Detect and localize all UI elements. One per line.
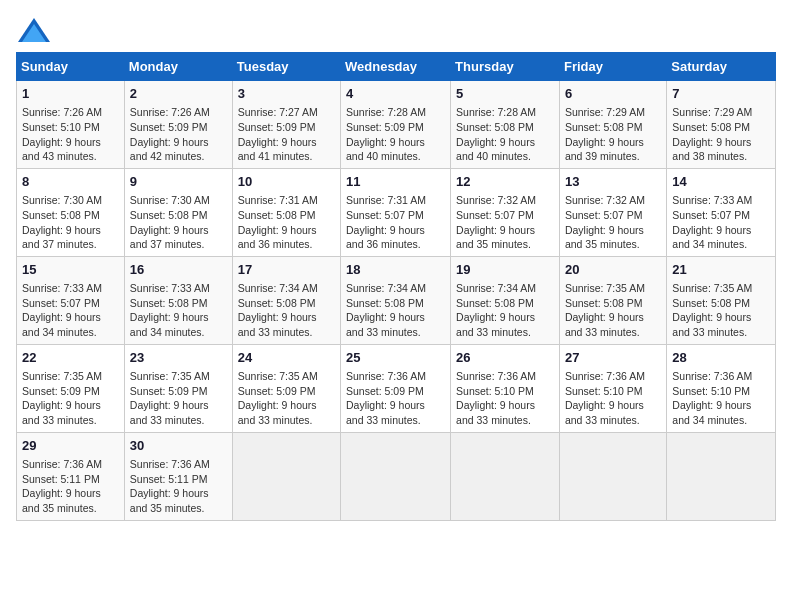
calendar-cell: 19Sunrise: 7:34 AM Sunset: 5:08 PM Dayli…: [451, 256, 560, 344]
day-info: Sunrise: 7:32 AM Sunset: 5:07 PM Dayligh…: [565, 193, 661, 252]
week-row-3: 15Sunrise: 7:33 AM Sunset: 5:07 PM Dayli…: [17, 256, 776, 344]
header-monday: Monday: [124, 53, 232, 81]
day-info: Sunrise: 7:30 AM Sunset: 5:08 PM Dayligh…: [130, 193, 227, 252]
calendar-cell: 30Sunrise: 7:36 AM Sunset: 5:11 PM Dayli…: [124, 432, 232, 520]
day-number: 26: [456, 349, 554, 367]
calendar-cell: 4Sunrise: 7:28 AM Sunset: 5:09 PM Daylig…: [341, 81, 451, 169]
day-number: 21: [672, 261, 770, 279]
day-info: Sunrise: 7:26 AM Sunset: 5:10 PM Dayligh…: [22, 105, 119, 164]
calendar-cell: 26Sunrise: 7:36 AM Sunset: 5:10 PM Dayli…: [451, 344, 560, 432]
day-info: Sunrise: 7:28 AM Sunset: 5:09 PM Dayligh…: [346, 105, 445, 164]
day-info: Sunrise: 7:36 AM Sunset: 5:11 PM Dayligh…: [22, 457, 119, 516]
day-number: 25: [346, 349, 445, 367]
logo: [16, 16, 56, 44]
day-info: Sunrise: 7:34 AM Sunset: 5:08 PM Dayligh…: [456, 281, 554, 340]
day-number: 5: [456, 85, 554, 103]
calendar-cell: 11Sunrise: 7:31 AM Sunset: 5:07 PM Dayli…: [341, 168, 451, 256]
header-friday: Friday: [559, 53, 666, 81]
calendar-cell: 20Sunrise: 7:35 AM Sunset: 5:08 PM Dayli…: [559, 256, 666, 344]
day-info: Sunrise: 7:33 AM Sunset: 5:07 PM Dayligh…: [672, 193, 770, 252]
header-saturday: Saturday: [667, 53, 776, 81]
day-info: Sunrise: 7:27 AM Sunset: 5:09 PM Dayligh…: [238, 105, 335, 164]
day-info: Sunrise: 7:36 AM Sunset: 5:10 PM Dayligh…: [672, 369, 770, 428]
day-number: 19: [456, 261, 554, 279]
day-number: 23: [130, 349, 227, 367]
header-wednesday: Wednesday: [341, 53, 451, 81]
header-tuesday: Tuesday: [232, 53, 340, 81]
week-row-5: 29Sunrise: 7:36 AM Sunset: 5:11 PM Dayli…: [17, 432, 776, 520]
day-info: Sunrise: 7:33 AM Sunset: 5:08 PM Dayligh…: [130, 281, 227, 340]
calendar-cell: [232, 432, 340, 520]
day-info: Sunrise: 7:36 AM Sunset: 5:10 PM Dayligh…: [456, 369, 554, 428]
day-info: Sunrise: 7:30 AM Sunset: 5:08 PM Dayligh…: [22, 193, 119, 252]
calendar-cell: 9Sunrise: 7:30 AM Sunset: 5:08 PM Daylig…: [124, 168, 232, 256]
header-thursday: Thursday: [451, 53, 560, 81]
day-number: 3: [238, 85, 335, 103]
day-number: 18: [346, 261, 445, 279]
day-info: Sunrise: 7:26 AM Sunset: 5:09 PM Dayligh…: [130, 105, 227, 164]
day-info: Sunrise: 7:35 AM Sunset: 5:08 PM Dayligh…: [672, 281, 770, 340]
logo-icon: [16, 16, 52, 44]
day-info: Sunrise: 7:29 AM Sunset: 5:08 PM Dayligh…: [565, 105, 661, 164]
calendar-body: 1Sunrise: 7:26 AM Sunset: 5:10 PM Daylig…: [17, 81, 776, 521]
day-info: Sunrise: 7:35 AM Sunset: 5:09 PM Dayligh…: [22, 369, 119, 428]
calendar-cell: 18Sunrise: 7:34 AM Sunset: 5:08 PM Dayli…: [341, 256, 451, 344]
day-number: 29: [22, 437, 119, 455]
day-number: 1: [22, 85, 119, 103]
calendar-cell: 2Sunrise: 7:26 AM Sunset: 5:09 PM Daylig…: [124, 81, 232, 169]
day-number: 8: [22, 173, 119, 191]
calendar-cell: 14Sunrise: 7:33 AM Sunset: 5:07 PM Dayli…: [667, 168, 776, 256]
calendar-cell: 23Sunrise: 7:35 AM Sunset: 5:09 PM Dayli…: [124, 344, 232, 432]
day-info: Sunrise: 7:35 AM Sunset: 5:08 PM Dayligh…: [565, 281, 661, 340]
day-number: 4: [346, 85, 445, 103]
day-info: Sunrise: 7:29 AM Sunset: 5:08 PM Dayligh…: [672, 105, 770, 164]
day-number: 13: [565, 173, 661, 191]
day-info: Sunrise: 7:32 AM Sunset: 5:07 PM Dayligh…: [456, 193, 554, 252]
day-number: 22: [22, 349, 119, 367]
calendar-cell: 24Sunrise: 7:35 AM Sunset: 5:09 PM Dayli…: [232, 344, 340, 432]
day-info: Sunrise: 7:35 AM Sunset: 5:09 PM Dayligh…: [130, 369, 227, 428]
calendar-cell: 3Sunrise: 7:27 AM Sunset: 5:09 PM Daylig…: [232, 81, 340, 169]
calendar-cell: 7Sunrise: 7:29 AM Sunset: 5:08 PM Daylig…: [667, 81, 776, 169]
calendar-cell: 25Sunrise: 7:36 AM Sunset: 5:09 PM Dayli…: [341, 344, 451, 432]
day-number: 14: [672, 173, 770, 191]
day-info: Sunrise: 7:31 AM Sunset: 5:07 PM Dayligh…: [346, 193, 445, 252]
calendar-cell: 1Sunrise: 7:26 AM Sunset: 5:10 PM Daylig…: [17, 81, 125, 169]
calendar-cell: [667, 432, 776, 520]
day-number: 15: [22, 261, 119, 279]
calendar-cell: 8Sunrise: 7:30 AM Sunset: 5:08 PM Daylig…: [17, 168, 125, 256]
calendar-cell: 27Sunrise: 7:36 AM Sunset: 5:10 PM Dayli…: [559, 344, 666, 432]
calendar-cell: 28Sunrise: 7:36 AM Sunset: 5:10 PM Dayli…: [667, 344, 776, 432]
calendar-table: SundayMondayTuesdayWednesdayThursdayFrid…: [16, 52, 776, 521]
day-number: 28: [672, 349, 770, 367]
calendar-cell: 5Sunrise: 7:28 AM Sunset: 5:08 PM Daylig…: [451, 81, 560, 169]
calendar-header: SundayMondayTuesdayWednesdayThursdayFrid…: [17, 53, 776, 81]
day-number: 10: [238, 173, 335, 191]
day-info: Sunrise: 7:36 AM Sunset: 5:11 PM Dayligh…: [130, 457, 227, 516]
calendar-cell: 15Sunrise: 7:33 AM Sunset: 5:07 PM Dayli…: [17, 256, 125, 344]
calendar-cell: 16Sunrise: 7:33 AM Sunset: 5:08 PM Dayli…: [124, 256, 232, 344]
day-number: 24: [238, 349, 335, 367]
day-info: Sunrise: 7:34 AM Sunset: 5:08 PM Dayligh…: [238, 281, 335, 340]
calendar-cell: 6Sunrise: 7:29 AM Sunset: 5:08 PM Daylig…: [559, 81, 666, 169]
calendar-cell: 22Sunrise: 7:35 AM Sunset: 5:09 PM Dayli…: [17, 344, 125, 432]
day-info: Sunrise: 7:36 AM Sunset: 5:10 PM Dayligh…: [565, 369, 661, 428]
week-row-1: 1Sunrise: 7:26 AM Sunset: 5:10 PM Daylig…: [17, 81, 776, 169]
calendar-cell: 21Sunrise: 7:35 AM Sunset: 5:08 PM Dayli…: [667, 256, 776, 344]
calendar-cell: 29Sunrise: 7:36 AM Sunset: 5:11 PM Dayli…: [17, 432, 125, 520]
calendar-cell: [341, 432, 451, 520]
day-info: Sunrise: 7:33 AM Sunset: 5:07 PM Dayligh…: [22, 281, 119, 340]
day-info: Sunrise: 7:35 AM Sunset: 5:09 PM Dayligh…: [238, 369, 335, 428]
calendar-cell: 17Sunrise: 7:34 AM Sunset: 5:08 PM Dayli…: [232, 256, 340, 344]
day-number: 20: [565, 261, 661, 279]
calendar-cell: 10Sunrise: 7:31 AM Sunset: 5:08 PM Dayli…: [232, 168, 340, 256]
day-info: Sunrise: 7:28 AM Sunset: 5:08 PM Dayligh…: [456, 105, 554, 164]
day-number: 12: [456, 173, 554, 191]
day-number: 16: [130, 261, 227, 279]
day-info: Sunrise: 7:34 AM Sunset: 5:08 PM Dayligh…: [346, 281, 445, 340]
header-row: SundayMondayTuesdayWednesdayThursdayFrid…: [17, 53, 776, 81]
page-header: [16, 16, 776, 44]
header-sunday: Sunday: [17, 53, 125, 81]
calendar-cell: [559, 432, 666, 520]
calendar-cell: 12Sunrise: 7:32 AM Sunset: 5:07 PM Dayli…: [451, 168, 560, 256]
